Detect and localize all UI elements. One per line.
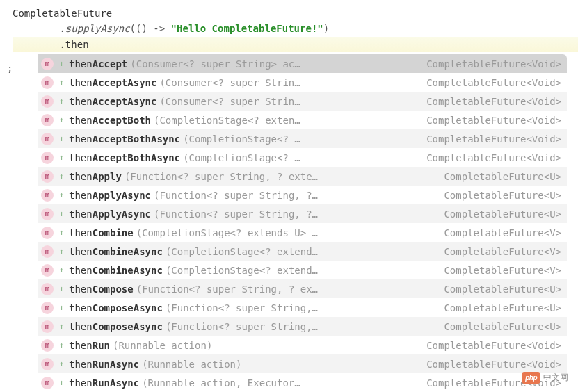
completion-item-params: (CompletionStage<? extends U> … — [136, 227, 436, 238]
completion-item-return-type: CompletableFuture<U> — [438, 209, 561, 220]
completion-item-return-type: CompletableFuture<U> — [438, 171, 561, 182]
public-up-icon: ⬆ — [56, 78, 66, 88]
completion-item-params: (CompletionStage<? extend… — [166, 246, 436, 257]
completion-item-name: thenRunAsync — [69, 377, 139, 389]
completion-item-return-type: CompletableFuture<U> — [438, 190, 561, 201]
completion-item-name: thenAcceptBothAsync — [69, 152, 180, 163]
completion-item[interactable]: m⬆thenAcceptBoth(CompletionStage<? exten… — [38, 111, 567, 129]
completion-item-return-type: CompletableFuture<Void> — [421, 133, 561, 145]
completion-item-return-type: CompletableFuture<Void> — [421, 58, 561, 70]
completion-item-name: thenApplyAsync — [69, 209, 151, 220]
completion-item-params: (Consumer<? super Strin… — [159, 96, 418, 107]
completion-item-name: thenComposeAsync — [69, 321, 163, 332]
completion-item-name: thenCompose — [69, 284, 134, 295]
completion-item[interactable]: m⬆thenCombineAsync(CompletionStage<? ext… — [38, 261, 567, 279]
method-icon: m — [41, 58, 54, 70]
public-up-icon: ⬆ — [56, 153, 66, 163]
public-up-icon: ⬆ — [56, 97, 66, 106]
watermark-badge: php — [522, 372, 540, 384]
method-icon: m — [41, 76, 54, 89]
completion-item-name: thenCombineAsync — [69, 246, 163, 257]
code-line-2: .supplyAsync(() -> "Hello CompletableFut… — [13, 21, 578, 36]
method-icon: m — [41, 339, 54, 352]
completion-item-return-type: CompletableFuture<U> — [438, 321, 561, 332]
code-semicolon: ; — [7, 63, 13, 74]
method-icon: m — [41, 208, 54, 220]
public-up-icon: ⬆ — [56, 322, 66, 332]
completion-item[interactable]: m⬆thenApply(Function<? super String, ? e… — [38, 167, 567, 186]
completion-item-return-type: CompletableFuture<Void> — [421, 96, 561, 107]
completion-item-return-type: CompletableFuture<Void> — [421, 340, 561, 351]
completion-item[interactable]: m⬆thenComposeAsync(Function<? super Stri… — [38, 298, 567, 317]
method-icon: m — [41, 245, 54, 258]
completion-item-name: thenAcceptBothAsync — [69, 133, 180, 145]
completion-item[interactable]: m⬆thenRunAsync(Runnable action, Executor… — [38, 373, 567, 392]
completion-item-params: (Function<? super String, ? ex… — [136, 284, 436, 295]
watermark: php 中文网 — [522, 372, 568, 384]
completion-item-name: thenAcceptBoth — [69, 115, 151, 126]
method-icon: m — [41, 302, 54, 314]
public-up-icon: ⬆ — [56, 284, 66, 294]
completion-item-return-type: CompletableFuture<U> — [438, 284, 561, 295]
completion-item[interactable]: m⬆thenApplyAsync(Function<? super String… — [38, 204, 567, 223]
completion-item[interactable]: m⬆thenApplyAsync(Function<? super String… — [38, 186, 567, 204]
public-up-icon: ⬆ — [56, 341, 66, 350]
method-icon: m — [41, 377, 54, 389]
completion-item-name: thenApplyAsync — [69, 190, 151, 201]
completion-item[interactable]: m⬆thenCombine(CompletionStage<? extends … — [38, 223, 567, 242]
completion-item-name: thenCombine — [69, 227, 134, 238]
code-line-3-active: .then — [13, 37, 578, 52]
code-completion-popup[interactable]: m⬆thenAccept(Consumer<? super String> ac… — [38, 54, 567, 392]
completion-item[interactable]: m⬆thenCombineAsync(CompletionStage<? ext… — [38, 242, 567, 261]
completion-item-name: thenAccept — [69, 58, 127, 70]
watermark-text: 中文网 — [543, 372, 568, 384]
completion-item-return-type: CompletableFuture<Void> — [421, 77, 561, 88]
completion-item[interactable]: m⬆thenAccept(Consumer<? super String> ac… — [38, 54, 567, 73]
completion-item-params: (CompletionStage<? … — [183, 133, 418, 145]
public-up-icon: ⬆ — [56, 134, 66, 144]
completion-item-return-type: CompletableFuture<V> — [438, 246, 561, 257]
completion-item-name: thenCombineAsync — [69, 265, 163, 276]
public-up-icon: ⬆ — [56, 209, 66, 219]
public-up-icon: ⬆ — [56, 59, 66, 69]
method-icon: m — [41, 170, 54, 183]
completion-item-return-type: CompletableFuture<Void> — [421, 152, 561, 163]
public-up-icon: ⬆ — [56, 172, 66, 181]
public-up-icon: ⬆ — [56, 247, 66, 256]
method-icon: m — [41, 133, 54, 145]
editor-code-area[interactable]: CompletableFuture .supplyAsync(() -> "He… — [0, 0, 578, 52]
completion-item-params: (Consumer<? super Strin… — [159, 77, 418, 88]
completion-item[interactable]: m⬆thenAcceptAsync(Consumer<? super Strin… — [38, 73, 567, 92]
completion-item-return-type: CompletableFuture<Void> — [421, 115, 561, 126]
method-icon: m — [41, 227, 54, 239]
code-line-1: CompletableFuture — [13, 6, 578, 21]
completion-item-return-type: CompletableFuture<U> — [438, 302, 561, 313]
completion-item[interactable]: m⬆thenAcceptBothAsync(CompletionStage<? … — [38, 148, 567, 167]
completion-item-name: thenComposeAsync — [69, 302, 163, 313]
completion-item[interactable]: m⬆thenRunAsync(Runnable action)Completab… — [38, 354, 567, 373]
public-up-icon: ⬆ — [56, 266, 66, 275]
completion-item-params: (CompletionStage<? exten… — [154, 115, 418, 126]
method-icon: m — [41, 152, 54, 164]
completion-item-return-type: CompletableFuture<Void> — [421, 359, 561, 370]
completion-item-params: (CompletionStage<? extend… — [166, 265, 436, 276]
completion-item-params: (Runnable action) — [142, 359, 418, 370]
completion-item-params: (Function<? super String, ?… — [154, 209, 435, 220]
completion-item[interactable]: m⬆thenAcceptBothAsync(CompletionStage<? … — [38, 129, 567, 148]
completion-item[interactable]: m⬆thenAcceptAsync(Consumer<? super Strin… — [38, 92, 567, 111]
completion-item-name: thenAcceptAsync — [69, 77, 156, 88]
completion-item-params: (Runnable action, Executor… — [142, 377, 418, 389]
public-up-icon: ⬆ — [56, 378, 66, 388]
completion-item[interactable]: m⬆thenRun(Runnable action)CompletableFut… — [38, 336, 567, 354]
completion-item-name: thenRunAsync — [69, 359, 139, 370]
completion-item[interactable]: m⬆thenComposeAsync(Function<? super Stri… — [38, 317, 567, 336]
public-up-icon: ⬆ — [56, 115, 66, 125]
method-icon: m — [41, 264, 54, 277]
completion-item-return-type: CompletableFuture<V> — [438, 265, 561, 276]
completion-item-params: (Function<? super String,… — [166, 321, 436, 332]
completion-item-name: thenRun — [69, 340, 110, 351]
completion-item-params: (CompletionStage<? … — [183, 152, 418, 163]
method-icon: m — [41, 114, 54, 126]
completion-item[interactable]: m⬆thenCompose(Function<? super String, ?… — [38, 279, 567, 298]
public-up-icon: ⬆ — [56, 303, 66, 313]
